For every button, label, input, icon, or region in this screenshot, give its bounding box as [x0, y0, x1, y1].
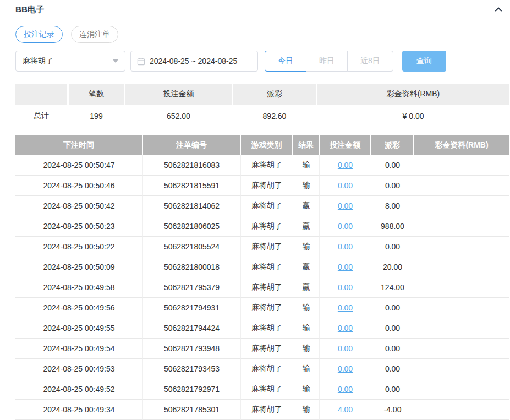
result-cell: 输 [293, 400, 320, 420]
bet-time-cell: 2024-08-25 00:50:47 [15, 155, 143, 176]
bet-records-table: 下注时间 注单编号 游戏类别 结果 投注金额 派彩 彩金资料(RMB) 2024… [15, 135, 509, 420]
game-select[interactable]: 麻将胡了 [15, 51, 125, 72]
bet-time-cell: 2024-08-25 00:50:09 [15, 257, 143, 277]
bet-amount-link[interactable]: 0.00 [338, 181, 353, 190]
bet-amount-link[interactable]: 0.00 [338, 303, 353, 312]
bet-time-cell: 2024-08-25 00:49:54 [15, 339, 143, 359]
summary-total-label: 总计 [15, 105, 69, 128]
bet-amount-link[interactable]: 0.00 [338, 263, 353, 271]
bonus-cell [414, 339, 509, 359]
bet-amount-link[interactable]: 0.00 [338, 344, 353, 353]
table-row: 2024-08-25 00:49:55 5062821794424 麻将胡了 输… [15, 318, 509, 339]
summary-col-count: 笔数 [69, 84, 125, 105]
result-cell: 赢 [293, 196, 320, 216]
bb-electronics-panel: BB电子 投注记录 连消注单 麻将胡了 [0, 0, 510, 420]
payout-cell: 0.00 [371, 237, 414, 257]
today-button[interactable]: 今日 [265, 51, 306, 72]
game-type-cell: 麻将胡了 [241, 257, 293, 277]
order-id-cell: 5062821806025 [143, 216, 241, 237]
table-row: 2024-08-25 00:50:42 5062821814062 麻将胡了 赢… [15, 196, 509, 216]
game-type-cell: 麻将胡了 [241, 379, 293, 400]
bonus-cell [414, 359, 509, 379]
col-result: 结果 [293, 135, 320, 155]
col-bet-time: 下注时间 [15, 135, 143, 155]
bet-amount-link[interactable]: 0.00 [338, 385, 353, 394]
payout-cell: 0.00 [371, 339, 414, 359]
date-range-input[interactable]: 2024-08-25 ~ 2024-08-25 [130, 51, 258, 72]
result-cell: 输 [293, 318, 320, 339]
bet-time-cell: 2024-08-25 00:50:22 [15, 237, 143, 257]
game-type-cell: 麻将胡了 [241, 318, 293, 339]
bet-amount-link[interactable]: 0.00 [338, 242, 353, 251]
last-8-days-button[interactable]: 近8日 [347, 51, 393, 72]
col-payout: 派彩 [371, 135, 414, 155]
bet-amount-cell: 0.00 [320, 176, 371, 196]
result-cell: 输 [293, 379, 320, 400]
col-bonus: 彩金资料(RMB) [414, 135, 509, 155]
bet-time-cell: 2024-08-25 00:49:52 [15, 379, 143, 400]
bet-time-cell: 2024-08-25 00:49:55 [15, 318, 143, 339]
order-id-cell: 5062821800018 [143, 257, 241, 277]
result-cell: 输 [293, 298, 320, 318]
table-row: 2024-08-25 00:49:34 5062821785301 麻将胡了 输… [15, 400, 509, 420]
game-type-cell: 麻将胡了 [241, 155, 293, 176]
order-id-cell: 5062821793453 [143, 359, 241, 379]
order-id-cell: 5062821795379 [143, 277, 241, 298]
yesterday-button[interactable]: 昨日 [306, 51, 348, 72]
record-type-tabs: 投注记录 连消注单 [15, 26, 509, 43]
game-type-cell: 麻将胡了 [241, 298, 293, 318]
game-select-value: 麻将胡了 [23, 56, 53, 66]
payout-cell: 20.00 [371, 257, 414, 277]
game-type-cell: 麻将胡了 [241, 176, 293, 196]
bonus-cell [414, 155, 509, 176]
bonus-cell [414, 318, 509, 339]
game-type-cell: 麻将胡了 [241, 359, 293, 379]
order-id-cell: 5062821794424 [143, 318, 241, 339]
col-order-id: 注单编号 [143, 135, 241, 155]
table-row: 2024-08-25 00:49:53 5062821793453 麻将胡了 输… [15, 359, 509, 379]
bet-amount-cell: 0.00 [320, 237, 371, 257]
bet-amount-cell: 0.00 [320, 359, 371, 379]
result-cell: 输 [293, 237, 320, 257]
result-cell: 赢 [293, 257, 320, 277]
summary-col-bonus: 彩金资料(RMB) [317, 84, 509, 105]
bonus-cell [414, 237, 509, 257]
bonus-cell [414, 400, 509, 420]
tab-cancelled-bets[interactable]: 连消注单 [71, 26, 118, 43]
bet-amount-link[interactable]: 0.00 [338, 324, 353, 332]
bet-time-cell: 2024-08-25 00:49:34 [15, 400, 143, 420]
bet-amount-cell: 0.00 [320, 216, 371, 237]
order-id-cell: 5062821785301 [143, 400, 241, 420]
summary-total-bonus: ¥ 0.00 [317, 105, 509, 128]
order-id-cell: 5062821794931 [143, 298, 241, 318]
table-row: 2024-08-25 00:50:09 5062821800018 麻将胡了 赢… [15, 257, 509, 277]
collapse-panel-button[interactable] [493, 4, 503, 14]
summary-total-payout: 892.60 [233, 105, 317, 128]
payout-cell: 988.00 [371, 216, 414, 237]
bet-amount-link[interactable]: 0.00 [338, 283, 353, 292]
order-id-cell: 5062821793948 [143, 339, 241, 359]
bet-amount-link[interactable]: 0.00 [338, 161, 353, 170]
result-cell: 赢 [293, 277, 320, 298]
order-id-cell: 5062821816083 [143, 155, 241, 176]
tab-bet-records[interactable]: 投注记录 [15, 26, 63, 43]
payout-cell: 124.00 [371, 277, 414, 298]
payout-cell: 0.00 [371, 318, 414, 339]
bet-time-cell: 2024-08-25 00:49:56 [15, 298, 143, 318]
bet-amount-cell: 0.00 [320, 298, 371, 318]
bet-amount-link[interactable]: 0.00 [338, 364, 353, 373]
bet-amount-cell: 0.00 [320, 155, 371, 176]
bet-amount-cell: 0.00 [320, 257, 371, 277]
bet-amount-link[interactable]: 4.00 [338, 405, 353, 414]
bonus-cell [414, 298, 509, 318]
result-cell: 输 [293, 176, 320, 196]
bet-amount-link[interactable]: 0.00 [338, 201, 353, 210]
result-cell: 赢 [293, 216, 320, 237]
chevron-down-icon [113, 59, 118, 63]
order-id-cell: 5062821814062 [143, 196, 241, 216]
search-button[interactable]: 查询 [402, 51, 446, 72]
col-game-type: 游戏类别 [241, 135, 293, 155]
summary-total-count: 199 [69, 105, 125, 128]
bet-amount-link[interactable]: 0.00 [338, 222, 353, 231]
bet-time-cell: 2024-08-25 00:50:42 [15, 196, 143, 216]
